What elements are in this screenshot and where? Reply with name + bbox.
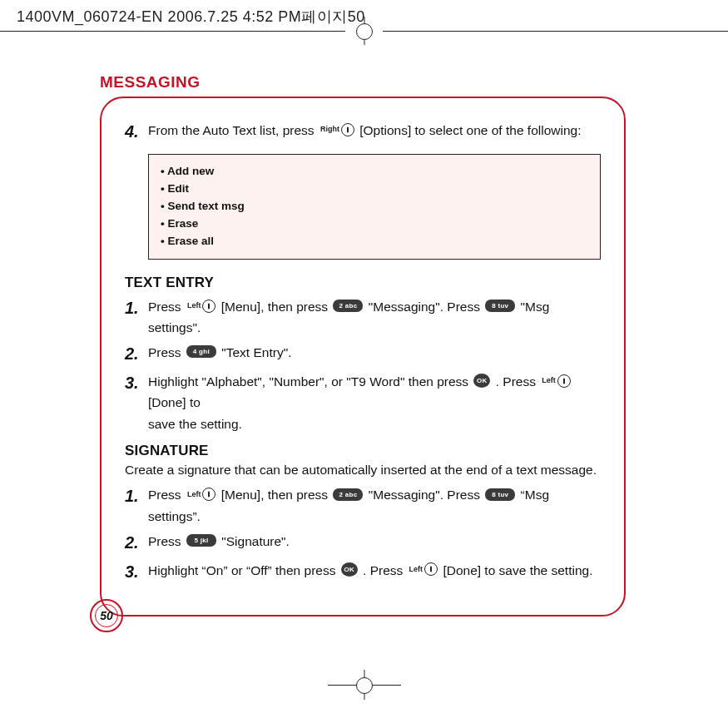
text: "Signature". [221,534,290,548]
option-item: Erase all [161,233,588,250]
text: [Menu], then press [221,300,332,314]
text: "Messaging". Press [369,300,484,314]
step-row: 2. Press 4 ghi "Text Entry". [125,340,601,368]
page-number: 50 [95,604,118,627]
text: "Messaging". Press [369,488,484,502]
right-softkey-icon: Right [319,123,354,136]
crop-mark-bottom [339,673,389,698]
key-4-icon: 4 ghi [186,345,216,358]
text: [Done] to [148,395,201,409]
key-2-icon: 2 abc [333,300,363,312]
step-row: 3. Highlight "Alphabet", "Number", or "T… [125,369,601,435]
text: Press [148,300,185,314]
text: Press [148,534,185,548]
text: [Menu], then press [221,488,332,502]
ok-key-icon: OK [341,562,358,577]
ok-key-icon: OK [473,374,490,388]
option-item: Add new [161,163,588,181]
text: . Press [363,563,407,577]
text: [Done] to save the setting. [443,563,592,577]
text: Highlight “On” or “Off” then press [148,563,339,577]
text: Highlight "Alphabet", "Number", or "T9 W… [148,374,472,389]
file-header: 1400VM_060724-EN 2006.7.25 4:52 PM페이지50 [17,7,365,27]
text: From the Auto Text list, press [148,123,318,137]
subheading-signature: SIGNATURE [125,443,601,459]
step-number: 2. [125,529,148,557]
subheading-text-entry: TEXT ENTRY [125,275,601,291]
left-softkey-icon: Left [186,300,216,313]
text: Press [148,488,185,502]
step-number: 1. [125,295,148,339]
step-number: 2. [125,340,148,368]
step-number: 1. [125,483,148,527]
text: . Press [496,374,540,389]
key-2-icon: 2 abc [333,488,363,501]
text: Press [148,345,185,359]
option-item: Erase [161,215,588,233]
option-item: Send text msg [161,198,588,215]
options-box: Add new Edit Send text msg Erase Erase a… [148,154,601,260]
signature-desc: Create a signature that can be automatic… [125,463,601,478]
option-item: Edit [161,181,588,198]
key-5-icon: 5 jkl [186,534,216,547]
step-number: 3. [125,369,148,435]
step-row: 1. Press Left [Menu], then press 2 abc "… [125,295,601,339]
page-number-badge: 50 [90,599,123,632]
left-softkey-icon: Left [541,374,571,388]
left-softkey-icon: Left [409,562,438,576]
intro-step: 4. From the Auto Text list, press Right … [125,118,601,146]
left-softkey-icon: Left [186,488,216,501]
key-8-icon: 8 tuv [485,300,515,312]
step-number: 3. [125,558,148,586]
text: save the setting. [148,414,601,435]
section-title: MESSAGING [100,73,201,92]
step-row: 3. Highlight “On” or “Off” then press OK… [125,558,601,586]
content-frame: 4. From the Auto Text list, press Right … [100,97,626,617]
text: "Text Entry". [221,345,291,359]
step-number: 4. [125,118,148,146]
step-row: 2. Press 5 jkl "Signature". [125,529,601,557]
key-8-icon: 8 tuv [485,488,515,501]
text: [Options] to select one of the following… [359,123,581,137]
step-row: 1. Press Left [Menu], then press 2 abc "… [125,483,601,527]
